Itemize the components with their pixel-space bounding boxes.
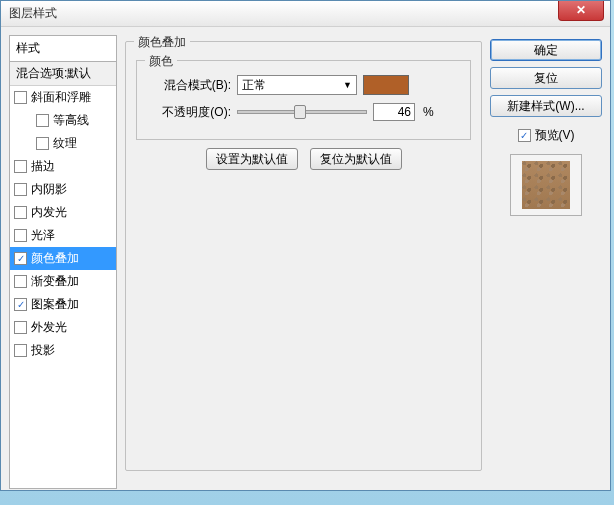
close-icon: ✕ xyxy=(576,3,586,17)
style-row[interactable]: 纹理 xyxy=(10,132,116,155)
style-label: 内发光 xyxy=(31,204,67,221)
preview-box xyxy=(510,154,582,216)
opacity-slider[interactable] xyxy=(237,110,367,114)
new-style-button[interactable]: 新建样式(W)... xyxy=(490,95,602,117)
preview-label: 预览(V) xyxy=(535,127,575,144)
style-checkbox[interactable] xyxy=(14,252,27,265)
style-row[interactable]: 投影 xyxy=(10,339,116,362)
preview-checkbox[interactable] xyxy=(518,129,531,142)
opacity-unit: % xyxy=(423,105,434,119)
style-checkbox[interactable] xyxy=(14,206,27,219)
settings-panel: 颜色叠加 颜色 混合模式(B): 正常 ▼ 不透明度(O): xyxy=(125,35,482,482)
style-checkbox[interactable] xyxy=(14,298,27,311)
style-row[interactable]: 描边 xyxy=(10,155,116,178)
style-row[interactable]: 外发光 xyxy=(10,316,116,339)
style-checkbox[interactable] xyxy=(14,344,27,357)
layer-style-dialog: 图层样式 ✕ 样式 混合选项:默认 斜面和浮雕等高线纹理描边内阴影内发光光泽颜色… xyxy=(0,0,611,491)
style-label: 渐变叠加 xyxy=(31,273,79,290)
titlebar: 图层样式 ✕ xyxy=(1,1,610,27)
blend-mode-select[interactable]: 正常 ▼ xyxy=(237,75,357,95)
style-label: 颜色叠加 xyxy=(31,250,79,267)
style-label: 纹理 xyxy=(53,135,77,152)
blend-mode-row: 混合模式(B): 正常 ▼ xyxy=(147,75,460,95)
style-label: 斜面和浮雕 xyxy=(31,89,91,106)
preview-thumbnail xyxy=(522,161,570,209)
style-row[interactable]: 图案叠加 xyxy=(10,293,116,316)
make-default-button[interactable]: 设置为默认值 xyxy=(206,148,298,170)
style-row[interactable]: 内发光 xyxy=(10,201,116,224)
style-checkbox[interactable] xyxy=(14,275,27,288)
style-checkbox[interactable] xyxy=(14,91,27,104)
group-title: 颜色叠加 xyxy=(134,34,190,51)
style-checkbox[interactable] xyxy=(14,229,27,242)
style-checkbox[interactable] xyxy=(14,321,27,334)
style-checkbox[interactable] xyxy=(14,160,27,173)
style-label: 光泽 xyxy=(31,227,55,244)
group-color: 颜色 混合模式(B): 正常 ▼ 不透明度(O): xyxy=(136,60,471,140)
style-row-default[interactable]: 混合选项:默认 xyxy=(10,62,116,86)
style-row[interactable]: 等高线 xyxy=(10,109,116,132)
reset-default-button[interactable]: 复位为默认值 xyxy=(310,148,402,170)
slider-thumb[interactable] xyxy=(294,105,306,119)
dialog-body: 样式 混合选项:默认 斜面和浮雕等高线纹理描边内阴影内发光光泽颜色叠加渐变叠加图… xyxy=(1,27,610,490)
styles-list: 混合选项:默认 斜面和浮雕等高线纹理描边内阴影内发光光泽颜色叠加渐变叠加图案叠加… xyxy=(9,62,117,489)
style-default-label: 混合选项:默认 xyxy=(16,65,91,82)
style-label: 描边 xyxy=(31,158,55,175)
action-panel: 确定 复位 新建样式(W)... 预览(V) xyxy=(490,35,602,482)
close-button[interactable]: ✕ xyxy=(558,1,604,21)
style-checkbox[interactable] xyxy=(36,114,49,127)
blend-mode-value: 正常 xyxy=(242,77,266,94)
style-row[interactable]: 渐变叠加 xyxy=(10,270,116,293)
styles-header: 样式 xyxy=(9,35,117,62)
style-checkbox[interactable] xyxy=(14,183,27,196)
default-buttons-row: 设置为默认值 复位为默认值 xyxy=(136,148,471,170)
style-checkbox[interactable] xyxy=(36,137,49,150)
opacity-input[interactable] xyxy=(373,103,415,121)
style-row[interactable]: 斜面和浮雕 xyxy=(10,86,116,109)
style-row[interactable]: 内阴影 xyxy=(10,178,116,201)
style-label: 外发光 xyxy=(31,319,67,336)
style-label: 内阴影 xyxy=(31,181,67,198)
style-row[interactable]: 光泽 xyxy=(10,224,116,247)
cancel-button[interactable]: 复位 xyxy=(490,67,602,89)
style-row[interactable]: 颜色叠加 xyxy=(10,247,116,270)
window-title: 图层样式 xyxy=(9,5,57,22)
opacity-label: 不透明度(O): xyxy=(147,104,231,121)
group-color-overlay: 颜色叠加 颜色 混合模式(B): 正常 ▼ 不透明度(O): xyxy=(125,41,482,471)
inner-title: 颜色 xyxy=(145,53,177,70)
chevron-down-icon: ▼ xyxy=(343,80,352,90)
style-label: 图案叠加 xyxy=(31,296,79,313)
color-swatch[interactable] xyxy=(363,75,409,95)
style-label: 等高线 xyxy=(53,112,89,129)
style-label: 投影 xyxy=(31,342,55,359)
opacity-row: 不透明度(O): % xyxy=(147,103,460,121)
blend-mode-label: 混合模式(B): xyxy=(147,77,231,94)
styles-panel: 样式 混合选项:默认 斜面和浮雕等高线纹理描边内阴影内发光光泽颜色叠加渐变叠加图… xyxy=(9,35,117,482)
preview-checkbox-row[interactable]: 预览(V) xyxy=(490,127,602,144)
ok-button[interactable]: 确定 xyxy=(490,39,602,61)
